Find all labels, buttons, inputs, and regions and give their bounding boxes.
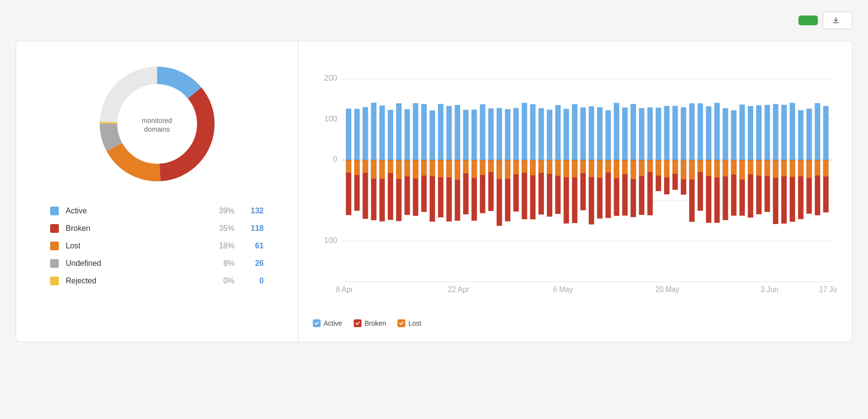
svg-rect-29 <box>371 160 377 178</box>
chart-legend: Active Broken Lost <box>313 319 837 327</box>
update-data-button[interactable] <box>798 16 818 25</box>
svg-rect-114 <box>614 103 619 160</box>
chart-legend-label-lost: Lost <box>408 319 421 327</box>
svg-rect-86 <box>530 160 535 175</box>
svg-rect-35 <box>388 160 393 173</box>
svg-rect-156 <box>731 110 737 160</box>
legend-swatch-lost <box>50 242 59 250</box>
svg-rect-167 <box>756 160 761 175</box>
chart-legend-item-active: Active <box>313 319 342 327</box>
svg-rect-182 <box>798 160 803 176</box>
svg-rect-119 <box>622 160 628 174</box>
svg-rect-143 <box>689 160 694 179</box>
svg-text:20 May: 20 May <box>655 285 679 293</box>
svg-rect-59 <box>455 160 460 180</box>
svg-rect-66 <box>480 104 485 160</box>
svg-rect-171 <box>773 104 778 160</box>
svg-rect-158 <box>731 160 737 175</box>
legend-label-broken: Broken <box>66 224 215 233</box>
svg-rect-77 <box>505 160 510 179</box>
svg-rect-144 <box>698 103 703 160</box>
svg-text:6 May: 6 May <box>553 285 573 293</box>
svg-rect-174 <box>781 105 787 160</box>
svg-rect-45 <box>421 104 427 160</box>
svg-rect-161 <box>740 160 745 179</box>
svg-rect-24 <box>362 107 368 160</box>
svg-rect-122 <box>631 160 636 179</box>
svg-rect-165 <box>756 105 761 160</box>
svg-rect-39 <box>404 109 410 160</box>
chart-legend-item-broken: Broken <box>354 319 386 327</box>
svg-rect-21 <box>354 109 360 160</box>
legend-row-active: Active 39% 132 <box>50 207 264 215</box>
svg-text:17 Jun: 17 Jun <box>819 285 837 293</box>
legend-count-lost: 61 <box>249 242 264 250</box>
legend-label-undefined: Undefined <box>66 259 215 268</box>
svg-rect-138 <box>681 107 686 160</box>
svg-rect-126 <box>647 107 652 160</box>
chart-legend-checkbox-broken[interactable] <box>354 319 362 327</box>
svg-rect-155 <box>723 160 728 176</box>
svg-text:8 Apr: 8 Apr <box>336 285 353 293</box>
svg-rect-120 <box>631 104 636 160</box>
legend-row-broken: Broken 35% 118 <box>50 224 264 233</box>
svg-rect-146 <box>698 160 703 172</box>
chart-legend-checkbox-lost[interactable] <box>398 319 405 327</box>
svg-rect-44 <box>413 160 418 178</box>
svg-rect-32 <box>380 160 385 178</box>
chart-legend-item-lost: Lost <box>398 319 421 327</box>
svg-rect-141 <box>689 104 694 160</box>
svg-rect-80 <box>513 160 519 175</box>
svg-text:3 Jun: 3 Jun <box>760 285 778 293</box>
svg-rect-74 <box>497 160 502 179</box>
svg-rect-132 <box>664 106 669 160</box>
legend-pct-broken: 35% <box>215 224 235 233</box>
main-card: monitoreddomains Active 39% 132 Broken 3… <box>16 41 852 342</box>
svg-rect-36 <box>396 103 401 160</box>
svg-rect-99 <box>572 104 578 160</box>
legend-count-broken: 118 <box>249 224 264 233</box>
svg-rect-162 <box>748 106 753 160</box>
svg-rect-48 <box>430 110 435 160</box>
svg-rect-81 <box>522 103 527 160</box>
svg-text:0: 0 <box>333 155 337 163</box>
legend-pct-rejected: 0% <box>215 277 235 285</box>
svg-rect-183 <box>806 108 812 160</box>
svg-rect-93 <box>555 105 561 160</box>
svg-rect-68 <box>480 160 485 175</box>
svg-rect-140 <box>681 160 686 179</box>
chart-legend-checkbox-active[interactable] <box>313 319 321 327</box>
legend-row-undefined: Undefined 8% 26 <box>50 259 264 268</box>
svg-rect-20 <box>346 160 351 173</box>
svg-rect-101 <box>572 160 578 177</box>
svg-rect-164 <box>748 160 753 174</box>
svg-rect-180 <box>798 110 803 160</box>
svg-rect-42 <box>413 103 418 160</box>
svg-rect-96 <box>563 109 569 160</box>
import-button[interactable] <box>823 12 852 29</box>
svg-rect-71 <box>488 160 493 172</box>
svg-rect-104 <box>580 160 586 173</box>
svg-rect-150 <box>714 103 720 160</box>
svg-rect-116 <box>614 160 619 178</box>
svg-rect-179 <box>790 160 795 177</box>
domain-legend: Active 39% 132 Broken 35% 118 Lost 18% 6… <box>40 207 273 294</box>
svg-rect-177 <box>790 103 795 160</box>
header-actions <box>798 12 852 29</box>
chart-legend-label-active: Active <box>324 319 342 327</box>
left-panel: monitoreddomains Active 39% 132 Broken 3… <box>16 41 298 342</box>
svg-rect-56 <box>446 160 452 177</box>
svg-rect-87 <box>539 108 544 160</box>
svg-rect-186 <box>815 103 820 160</box>
bar-chart-area: 200 100 0 100 8 Apr22 Apr6 May20 May3 Ju… <box>313 64 837 313</box>
bar-chart-svg: 200 100 0 100 8 Apr22 Apr6 May20 May3 Ju… <box>313 64 837 297</box>
legend-pct-undefined: 8% <box>215 259 235 268</box>
svg-rect-89 <box>539 160 544 173</box>
svg-rect-131 <box>656 160 661 175</box>
svg-rect-38 <box>396 160 401 179</box>
svg-rect-191 <box>823 160 829 176</box>
right-panel: 200 100 0 100 8 Apr22 Apr6 May20 May3 Ju… <box>298 41 852 342</box>
svg-rect-129 <box>656 108 661 160</box>
svg-rect-26 <box>362 160 368 173</box>
svg-rect-18 <box>346 108 351 160</box>
